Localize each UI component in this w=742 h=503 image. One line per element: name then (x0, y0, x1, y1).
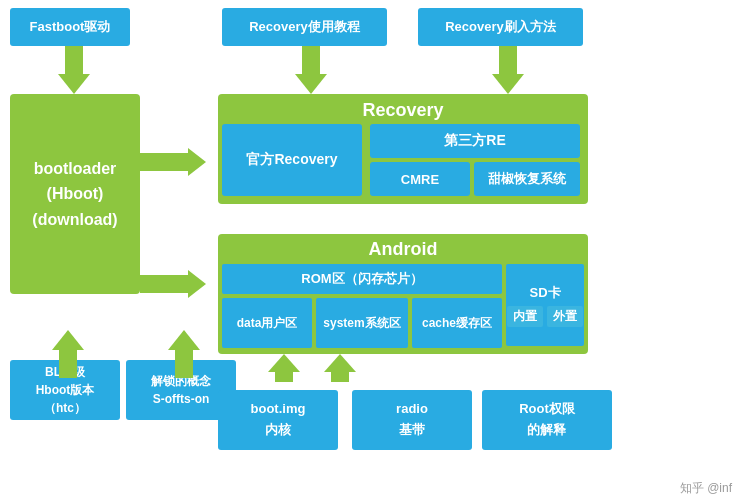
cmre-label: CMRE (401, 172, 439, 187)
arrow-to-recovery (140, 148, 206, 176)
rom-area-label: ROM区（闪存芯片） (301, 270, 422, 288)
sd-card-label: SD卡 (529, 284, 560, 302)
fastboot-label: Fastboot驱动 (30, 18, 111, 36)
boot-img-label: boot.img 内核 (251, 399, 306, 441)
sd-card-box: SD卡 内置 外置 (506, 264, 584, 346)
third-party-label-box: 第三方RE (370, 124, 580, 158)
recovery-title: Recovery (218, 100, 588, 121)
system-area-box: system系统区 (316, 298, 408, 348)
recovery-flash-box: Recovery刷入方法 (418, 8, 583, 46)
cache-area-box: cache缓存区 (412, 298, 502, 348)
fastboot-box: Fastboot驱动 (10, 8, 130, 46)
arrow-unlock-up (168, 330, 200, 378)
radio-box: radio 基带 (352, 390, 472, 450)
diagram: Fastboot驱动 Recovery使用教程 Recovery刷入方法 boo… (0, 0, 742, 503)
root-label: Root权限 的解释 (519, 399, 575, 441)
arrow-flash-down (492, 46, 524, 94)
sweet-recovery-label: 甜椒恢复系统 (488, 170, 566, 188)
arrow-to-android (140, 270, 206, 298)
recovery-tutorial-label: Recovery使用教程 (249, 18, 360, 36)
external-label: 外置 (547, 306, 583, 327)
sweet-recovery-box: 甜椒恢复系统 (474, 162, 580, 196)
internal-label: 内置 (507, 306, 543, 327)
watermark-text: 知乎 @inf (680, 481, 732, 495)
arrow-tutorial-down (295, 46, 327, 94)
recovery-flash-label: Recovery刷入方法 (445, 18, 556, 36)
android-box: Android ROM区（闪存芯片） SD卡 内置 外置 data用户区 sys… (218, 234, 588, 354)
recovery-tutorial-box: Recovery使用教程 (222, 8, 387, 46)
data-area-label: data用户区 (237, 315, 298, 332)
bootloader-box: bootloader (Hboot) (download) (10, 94, 140, 294)
system-area-label: system系统区 (323, 315, 400, 332)
boot-img-box: boot.img 内核 (218, 390, 338, 450)
double-arrow-up (268, 354, 356, 382)
data-area-box: data用户区 (222, 298, 312, 348)
cmre-box: CMRE (370, 162, 470, 196)
arrow-bl-up (52, 330, 84, 378)
watermark: 知乎 @inf (680, 480, 732, 497)
recovery-box: Recovery 官方Recovery 第三方RE CMRE 甜椒恢复系统 (218, 94, 588, 204)
rom-area-box: ROM区（闪存芯片） (222, 264, 502, 294)
radio-label: radio 基带 (396, 399, 428, 441)
official-recovery-label: 官方Recovery (246, 151, 337, 169)
third-party-label: 第三方RE (444, 132, 505, 150)
bootloader-label: bootloader (Hboot) (download) (32, 156, 117, 233)
android-title: Android (218, 239, 588, 260)
cache-area-label: cache缓存区 (422, 315, 492, 332)
official-recovery-box: 官方Recovery (222, 124, 362, 196)
root-box: Root权限 的解释 (482, 390, 612, 450)
arrow-fastboot-down (58, 46, 90, 94)
